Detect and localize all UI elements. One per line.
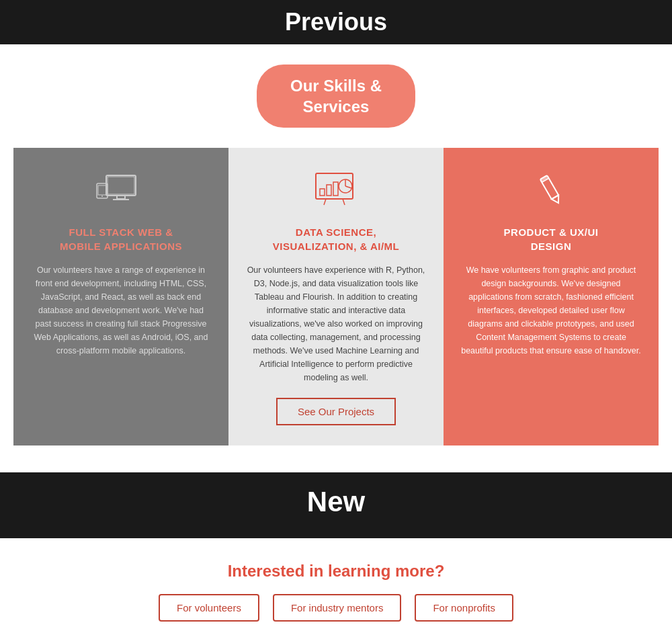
svg-rect-0: [106, 175, 136, 196]
svg-rect-5: [98, 185, 106, 195]
service-uxui: PRODUCT & UX/UIDESIGN We have volunteers…: [444, 148, 659, 445]
fullstack-desc: Our volunteers have a range of experienc…: [30, 263, 212, 357]
projects-btn-wrap: See Our Projects: [245, 398, 427, 425]
service-fullstack: FULL STACK WEB &MOBILE APPLICATIONS Our …: [13, 148, 228, 445]
datascience-desc: Our volunteers have experience with R, P…: [245, 263, 427, 384]
previous-label: Previous: [0, 8, 672, 36]
for-volunteers-button[interactable]: For volunteers: [159, 594, 259, 622]
svg-line-15: [343, 199, 345, 205]
new-label: New: [0, 486, 672, 518]
svg-rect-9: [327, 185, 331, 196]
uxui-title: PRODUCT & UX/UIDESIGN: [504, 225, 599, 253]
new-section: New: [0, 472, 672, 538]
service-datascience: DATA SCIENCE,VISUALIZATION, & AI/ML Our …: [228, 148, 444, 445]
svg-line-13: [345, 186, 351, 188]
skills-header: Our Skills & Services: [13, 65, 659, 128]
svg-rect-10: [333, 182, 338, 196]
svg-rect-2: [117, 196, 125, 199]
for-industry-mentors-button[interactable]: For industry mentors: [273, 594, 402, 622]
skills-section: Our Skills & Services FULL: [0, 44, 672, 472]
fullstack-icon: [94, 168, 148, 212]
svg-marker-17: [552, 195, 562, 205]
datascience-icon: [309, 168, 363, 212]
learn-more-title: Interested in learning more?: [13, 562, 659, 581]
for-nonprofits-button[interactable]: For nonprofits: [415, 594, 513, 622]
datascience-title: DATA SCIENCE,VISUALIZATION, & AI/ML: [273, 225, 400, 253]
fullstack-title: FULL STACK WEB &MOBILE APPLICATIONS: [60, 225, 182, 253]
svg-rect-3: [113, 199, 129, 200]
see-projects-button[interactable]: See Our Projects: [276, 398, 396, 425]
svg-point-6: [101, 196, 103, 197]
uxui-desc: We have volunteers from graphic and prod…: [460, 263, 642, 357]
svg-line-14: [324, 199, 326, 205]
learn-more-section: Interested in learning more? For volunte…: [0, 538, 672, 637]
skills-pill: Our Skills & Services: [257, 65, 415, 128]
previous-section: Previous: [0, 0, 672, 44]
uxui-icon: [524, 168, 578, 212]
svg-rect-1: [108, 177, 134, 194]
skills-title: Our Skills & Services: [290, 75, 382, 117]
learn-more-buttons: For volunteers For industry mentors For …: [13, 594, 659, 622]
services-grid: FULL STACK WEB &MOBILE APPLICATIONS Our …: [13, 148, 659, 445]
svg-rect-8: [320, 189, 325, 196]
